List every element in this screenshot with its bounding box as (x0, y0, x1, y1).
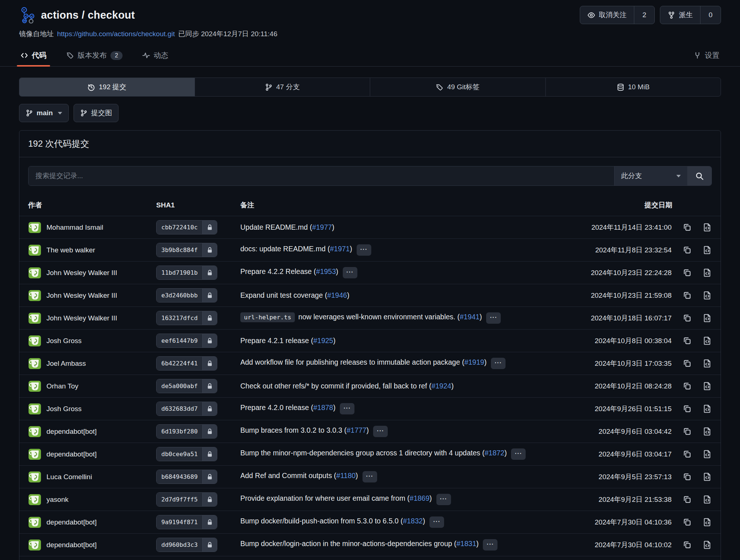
copy-sha-button[interactable] (683, 313, 692, 323)
pr-link[interactable]: #1941 (460, 313, 480, 321)
pr-link[interactable]: #1924 (431, 382, 451, 390)
commit-sha-badge[interactable]: de5a000abf (156, 379, 217, 393)
commit-author-cell[interactable]: dependabot[bot] (28, 425, 156, 438)
commit-sha-badge[interactable]: b684943689 (156, 470, 217, 484)
tab-code[interactable]: 代码 (19, 47, 48, 66)
pr-link[interactable]: #1878 (313, 403, 333, 411)
pr-link[interactable]: #1180 (336, 471, 356, 480)
browse-source-button[interactable] (703, 336, 712, 345)
stat-branches[interactable]: 47 分支 (195, 78, 370, 96)
tab-releases[interactable]: 版本发布 2 (65, 47, 124, 66)
unwatch-button[interactable]: 取消关注 2 (580, 6, 655, 24)
pr-link[interactable]: #1971 (330, 245, 350, 253)
copy-sha-button[interactable] (683, 427, 692, 436)
commit-author-cell[interactable]: Mohammad Ismail (28, 221, 156, 234)
commit-graph-button[interactable]: 提交图 (74, 104, 119, 122)
browse-source-button[interactable] (703, 495, 712, 504)
search-button[interactable] (687, 166, 711, 185)
commit-sha-badge[interactable]: 11bd71901b (156, 266, 217, 280)
stat-tags[interactable]: 49 Git标签 (370, 78, 545, 96)
browse-source-button[interactable] (703, 540, 712, 549)
pr-link[interactable]: #1831 (457, 540, 476, 548)
watchers-count[interactable]: 2 (634, 6, 654, 24)
copy-sha-button[interactable] (683, 450, 692, 459)
browse-source-button[interactable] (703, 223, 712, 232)
browse-source-button[interactable] (703, 518, 712, 527)
commit-sha-badge[interactable]: db0cee9a51 (156, 447, 217, 461)
expand-message-button[interactable]: ··· (357, 244, 371, 256)
browse-source-button[interactable] (703, 427, 712, 436)
expand-message-button[interactable]: ··· (436, 494, 451, 505)
copy-sha-button[interactable] (683, 472, 692, 481)
expand-message-button[interactable]: ··· (511, 448, 526, 460)
stat-commits[interactable]: 192 提交 (19, 78, 195, 96)
commit-sha-badge[interactable]: dd960bd3c3 (156, 538, 217, 552)
expand-message-button[interactable]: ··· (343, 267, 357, 278)
copy-sha-button[interactable] (683, 495, 692, 504)
expand-message-button[interactable]: ··· (373, 426, 388, 437)
pr-link[interactable]: #1872 (485, 449, 504, 457)
pr-link[interactable]: #1925 (313, 337, 333, 345)
browse-source-button[interactable] (703, 291, 712, 300)
fork-button[interactable]: 派生 0 (660, 6, 721, 24)
commit-author-cell[interactable]: The web walker (28, 244, 156, 257)
commit-sha-badge[interactable]: d632683dd7 (156, 402, 217, 416)
copy-sha-button[interactable] (683, 540, 692, 549)
forks-count[interactable]: 0 (700, 6, 721, 24)
commit-author-cell[interactable]: Josh Gross (28, 402, 156, 416)
browse-source-button[interactable] (703, 382, 712, 391)
copy-sha-button[interactable] (683, 404, 692, 413)
commit-author-cell[interactable]: John Wesley Walker III (28, 289, 156, 302)
commit-author-cell[interactable]: dependabot[bot] (28, 448, 156, 461)
commit-author-cell[interactable]: John Wesley Walker III (28, 266, 156, 279)
pr-link[interactable]: #1832 (403, 517, 422, 525)
expand-message-button[interactable]: ··· (491, 358, 506, 369)
commit-author-cell[interactable]: dependabot[bot] (28, 538, 156, 552)
expand-message-button[interactable]: ··· (429, 516, 444, 528)
commit-author-cell[interactable]: yasonk (28, 493, 156, 506)
commit-sha-badge[interactable]: 163217dfcd (156, 311, 217, 325)
tab-settings[interactable]: 设置 (692, 47, 721, 66)
commit-author-cell[interactable]: dependabot[bot] (28, 516, 156, 529)
commit-sha-badge[interactable]: eef61447b9 (156, 334, 217, 348)
commit-sha-badge[interactable]: 6d193bf280 (156, 424, 217, 439)
commit-sha-badge[interactable]: cbb722410c (156, 220, 217, 234)
commit-author-cell[interactable]: Joel Ambass (28, 357, 156, 370)
browse-source-button[interactable] (703, 450, 712, 459)
browse-source-button[interactable] (703, 472, 712, 481)
browse-source-button[interactable] (703, 313, 712, 323)
pr-link[interactable]: #1953 (316, 267, 336, 275)
pr-link[interactable]: #1869 (410, 494, 429, 502)
commit-sha-badge[interactable]: 9a9194f871 (156, 515, 217, 529)
copy-sha-button[interactable] (683, 518, 692, 527)
commit-author-cell[interactable]: Orhan Toy (28, 380, 156, 393)
commit-author-cell[interactable]: Josh Gross (28, 334, 156, 347)
stat-size[interactable]: 10 MiB (545, 78, 721, 96)
pr-link[interactable]: #1919 (464, 358, 484, 366)
commit-sha-badge[interactable]: 3b9b8c884f (156, 243, 217, 257)
browse-source-button[interactable] (703, 245, 712, 255)
pr-link[interactable]: #1777 (346, 426, 366, 434)
pr-link[interactable]: #1946 (327, 291, 347, 299)
copy-sha-button[interactable] (683, 268, 692, 277)
commit-sha-badge[interactable]: e3d2460bbb (156, 288, 217, 302)
commit-author-cell[interactable]: Luca Comellini (28, 470, 156, 484)
copy-sha-button[interactable] (683, 336, 692, 345)
search-input[interactable] (29, 166, 614, 185)
branch-filter-dropdown[interactable]: 此分支 (614, 166, 687, 185)
copy-sha-button[interactable] (683, 291, 692, 300)
pr-link[interactable]: #1977 (312, 223, 332, 231)
commit-sha-badge[interactable]: 2d7d9f7ff5 (156, 492, 217, 507)
branch-selector[interactable]: main (19, 104, 69, 122)
tab-activity[interactable]: 动态 (141, 47, 170, 66)
copy-sha-button[interactable] (683, 359, 692, 368)
copy-sha-button[interactable] (683, 245, 692, 255)
expand-message-button[interactable]: ··· (340, 403, 354, 414)
expand-message-button[interactable]: ··· (486, 312, 501, 324)
copy-sha-button[interactable] (683, 382, 692, 391)
browse-source-button[interactable] (703, 268, 712, 277)
commit-sha-badge[interactable]: 6b42224f41 (156, 356, 217, 371)
expand-message-button[interactable]: ··· (483, 539, 497, 550)
browse-source-button[interactable] (703, 404, 712, 413)
copy-sha-button[interactable] (683, 223, 692, 232)
